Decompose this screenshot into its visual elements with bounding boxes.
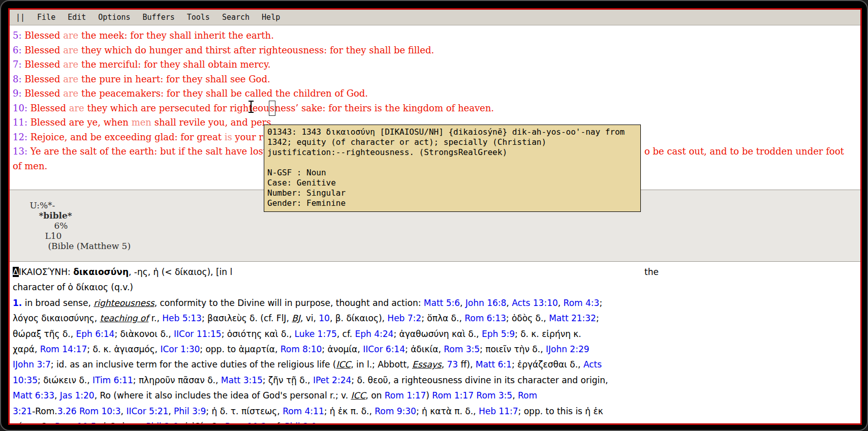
lexicon-text: ; ἡ ἰδία δ., [178,421,225,425]
scripture-ref-link[interactable]: Matt 5:6 [424,298,460,308]
scroll-percent: 6% [54,221,68,231]
scripture-ref-link[interactable]: IJohn 2:29 [546,344,590,354]
verse-text: Blessed [22,88,64,99]
lexicon-text: ; ἡ δ. τ. πίστεως, [206,406,283,416]
scripture-ref-link[interactable]: 10:35 [13,375,38,385]
verse-line[interactable]: 8: Blessed are the pure in heart: for th… [13,72,860,87]
verse-line[interactable]: 5: Blessed are the meek: for they shall … [13,28,860,43]
scripture-ref-link[interactable]: Matt 6:33 [13,390,54,401]
scripture-ref-link[interactable]: 10 [319,313,330,323]
scripture-ref-link[interactable]: Rom 1:17 [385,390,426,401]
lexicon-text: ; δ. κ. εἰρήνη κ. [515,329,581,339]
lexicon-line: character of ὁ δίκαιος (q.v.) [13,280,860,295]
scripture-ref-link[interactable]: Jas 1:20 [60,390,95,401]
menu-item-edit[interactable]: Edit [68,13,86,22]
italic-term: ICC [336,359,351,370]
scripture-ref-link[interactable]: Eph 5:9 [482,329,515,339]
scripture-ref-link[interactable]: Phil 3:9 [174,406,206,416]
scripture-ref-link[interactable]: Rom [518,390,537,401]
scripture-ref-link[interactable]: Rom 4:11 [283,406,324,416]
modeline-flags: U:%*- [29,200,55,210]
italic-term: ICC [351,390,366,401]
scripture-ref-link[interactable]: Heb 11:7 [479,406,518,416]
scripture-ref-link[interactable]: ITim 6:11 [92,375,133,385]
lexicon-text: ; ἡ κατὰ π. δ., [416,406,479,416]
lexicon-text: , Ro (where it also includes the idea of… [95,390,351,401]
scripture-ref-link[interactable]: Matt 6:1 [476,359,512,370]
lexicon-text: ΙΚΑΙΟΣΎΝΗ: [19,267,74,277]
scripture-ref-link[interactable]: Rom 6:13 [464,313,506,323]
scripture-ref-link[interactable]: Rom 9:30 [375,406,416,416]
verse-text: Blessed [22,30,64,41]
scripture-ref-link[interactable]: 3.26 Rom 10:3 [57,406,121,416]
scripture-ref-link[interactable]: Matt 21:32 [549,313,596,323]
scripture-ref-link[interactable]: IICor 6:14 [363,344,405,354]
verse-line[interactable]: 9: Blessed are the peacemakers: for they… [13,86,860,101]
scripture-ref-link[interactable]: 3:21 [13,406,32,416]
scripture-ref-link[interactable]: Rom 3:5 [444,344,480,354]
lexicon-text: character of ὁ δίκαιος (q.v.) [13,282,133,292]
tooltip-line [267,158,637,168]
menu-item-help[interactable]: Help [262,13,280,22]
scripture-ref-link[interactable]: Matt 3:15 [221,375,263,385]
menu-bar[interactable]: || FileEditOptionsBuffersToolsSearchHelp [10,10,860,25]
scripture-ref-link[interactable]: John 16:8 [466,298,507,308]
scripture-ref-link[interactable]: Rom 1:17 Rom 3:5 [432,390,512,401]
scripture-ref-link[interactable]: Rom 14:17 [40,344,87,354]
verse-text: the meek: for they shall inherit the ear… [78,30,274,41]
menu-item-file[interactable]: File [37,13,55,22]
scripture-ref-link[interactable]: IICor 5:21 [126,406,168,416]
scripture-ref-link[interactable]: IJohn 3:7 [13,359,51,370]
scripture-ref-link[interactable]: Luke 1:75 [295,329,337,339]
scripture-ref-link[interactable]: Eph 6:14 [76,329,115,339]
lexicon-text: ; opp. to this is ἡ ἐκ [518,406,603,416]
tooltip-line: 01343: 1343 δικαιοσύνη [DIKAIOSU/NH] {di… [267,127,637,137]
lexicon-line: νόμου δ., Rom 10:5; ἡ δ. ἐν v., Phil 3:6… [13,419,860,425]
menu-item-tools[interactable]: Tools [187,13,210,22]
scripture-ref-link[interactable]: IPet 2:24 [313,375,351,385]
lexicon-text: ; διώκειν δ., [38,375,92,385]
verse-text: ness’ sake: for theirs is the kingdom of… [275,103,494,113]
scripture-ref-link[interactable]: Rom 8:10 [281,344,322,354]
scripture-ref-link[interactable]: Phil 3:6 [146,421,178,425]
scripture-ref-link[interactable]: Acts [583,359,602,370]
lexicon-text: , [558,298,564,308]
scripture-ref-link[interactable]: Acts 13:10 [512,298,558,308]
major-mode: (Bible (Matthew 5) [48,241,131,251]
scripture-ref-link[interactable]: ICor 1:30 [160,344,200,354]
scripture-ref-link[interactable]: Heb 5:13 [162,313,202,323]
scripture-ref-link[interactable]: Rom 10:3 [225,421,267,425]
scripture-ref-link[interactable]: IICor 11:15 [174,329,222,339]
verse-number: 8: [13,74,22,84]
menu-item-buffers[interactable]: Buffers [143,13,175,22]
verse-line[interactable]: 7: Blessed are the merciful: for they sh… [13,57,860,72]
lexicon-text: ; ἐργάζεσθαι δ., [512,359,583,370]
menu-item-options[interactable]: Options [98,13,130,22]
scripture-ref-link[interactable]: Rom 4:3 [564,298,600,308]
scripture-ref-link[interactable]: Heb 7:2 [387,313,421,323]
verse-line[interactable]: 6: Blessed are they which do hunger and … [13,43,860,58]
scripture-ref-link[interactable]: 73 [447,359,458,370]
scripture-ref-link[interactable]: Rom 10:5 [55,421,97,425]
lexicon-text: , conformity to the Divine will in purpo… [154,298,424,308]
verse-line[interactable]: 10: Blessed are they which are persecute… [13,101,860,116]
lexicon-buffer[interactable]: ΔΙΚΑΙΟΣΎΝΗ: δικαιοσύνη, -ης, ἡ (< δίκαιο… [10,262,860,425]
tooltip-line: 1342; equity (of character or act); spec… [267,137,637,147]
scripture-ref-link[interactable]: Eph 4:24 [355,329,394,339]
tooltip-line: Gender: Feminine [267,198,637,208]
tooltip-line: Number: Singular [267,188,637,198]
lexicon-text: ; [596,313,599,323]
lexicon-text: ; ἀνομία, [322,344,363,354]
tooltip-line: Case: Genitive [267,178,637,188]
italic-term: righteousness [94,298,154,308]
verse-text: Blessed [27,103,69,113]
line-number: L10 [45,231,61,241]
lexicon-text: r., [148,313,162,323]
verse-text: Blessed are ye, when [27,117,132,128]
scripture-ref-link[interactable]: Phil 3:9 [285,421,317,425]
section-number-link[interactable]: 1. [13,298,22,308]
menu-item-search[interactable]: Search [222,13,250,22]
lexicon-line: 3:21-Rom.3.26 Rom 10:3, IICor 5:21, Phil… [13,404,860,419]
lexicon-text: , cf. [266,421,285,425]
kjv-added-word: is [225,132,232,142]
